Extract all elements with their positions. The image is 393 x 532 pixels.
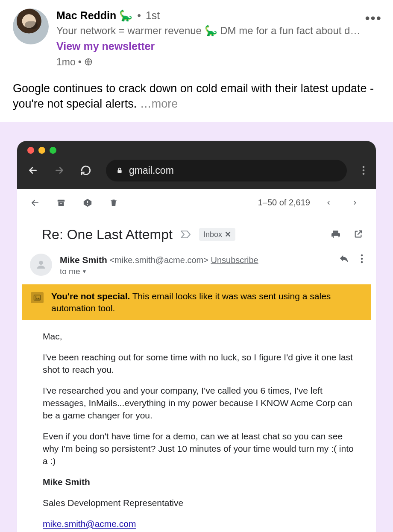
globe-icon (84, 58, 93, 66)
post-menu-button[interactable]: ••• (365, 10, 382, 26)
important-marker-icon (180, 230, 191, 239)
recipient-dropdown-icon: ▼ (82, 268, 87, 275)
newsletter-link[interactable]: View my newsletter (56, 39, 380, 54)
address-bar: gmail.com (106, 160, 347, 181)
archive-icon (56, 198, 67, 208)
minimize-dot-icon (38, 147, 45, 154)
close-dot-icon (27, 147, 34, 154)
svg-rect-6 (60, 203, 62, 204)
author-avatar[interactable] (13, 9, 49, 44)
trash-icon (109, 198, 120, 208)
reload-icon (79, 165, 92, 176)
browser-menu-icon (361, 166, 367, 175)
message-menu-icon (361, 254, 363, 264)
svg-point-15 (35, 296, 37, 298)
svg-point-4 (363, 173, 365, 175)
next-page-icon (352, 198, 363, 208)
inbox-label-chip: Inbox ✕ (199, 228, 235, 241)
svg-point-11 (361, 254, 363, 257)
svg-point-10 (39, 260, 43, 264)
sender-avatar (30, 254, 52, 276)
url-text: gmail.com (129, 165, 174, 176)
warning-banner: You're not special. This email looks lik… (22, 284, 371, 321)
gmail-back-icon (30, 198, 41, 208)
separator: • (78, 56, 82, 69)
email-body: Mac, I've been reaching out for some tim… (17, 320, 376, 532)
open-new-window-icon (354, 229, 363, 240)
svg-rect-8 (87, 204, 88, 205)
sender-name: Mike Smith (60, 255, 107, 265)
svg-rect-7 (87, 201, 88, 203)
unsubscribe-link: Unsubscribe (211, 255, 258, 265)
svg-point-2 (363, 166, 365, 168)
sender-email: <mike.smith@acme.com> (109, 255, 208, 265)
remove-label-icon: ✕ (225, 230, 231, 239)
author-name[interactable]: Mac Reddin 🦕 (56, 9, 132, 21)
prev-page-icon (326, 198, 337, 208)
window-controls (27, 147, 367, 154)
pagination-count: 1–50 of 2,619 (258, 198, 310, 208)
divider (136, 197, 136, 209)
connection-degree: 1st (146, 9, 160, 21)
maximize-dot-icon (50, 147, 56, 154)
signature-email-link: mike.smith@acme.com (43, 519, 136, 529)
separator: • (135, 9, 143, 21)
forward-icon (53, 165, 66, 176)
signature-title: Sales Development Representative (43, 497, 359, 509)
lock-icon (116, 167, 123, 174)
see-more-button[interactable]: …more (140, 97, 178, 110)
author-headline: Your network = warmer revenue 🦕 DM me fo… (56, 24, 380, 38)
svg-rect-5 (58, 199, 65, 202)
svg-point-3 (363, 170, 365, 172)
svg-point-13 (361, 261, 363, 263)
image-icon (31, 292, 44, 303)
svg-point-12 (361, 258, 363, 260)
reply-icon (338, 254, 349, 264)
signature-name: Mike Smith (43, 476, 359, 488)
svg-rect-1 (117, 170, 121, 173)
spam-icon (83, 198, 94, 208)
svg-rect-9 (334, 236, 338, 238)
print-icon (331, 229, 341, 240)
back-icon (26, 165, 39, 176)
email-subject: Re: One Last Attempt (42, 227, 173, 243)
recipient-line: to me (60, 266, 80, 278)
post-image[interactable]: gmail.com 1–50 of 2,619 (0, 122, 393, 532)
warning-title: You're not special. (51, 291, 130, 301)
post-timestamp: 1mo (56, 56, 76, 69)
post-text: Google continues to crack down on cold e… (13, 82, 374, 110)
